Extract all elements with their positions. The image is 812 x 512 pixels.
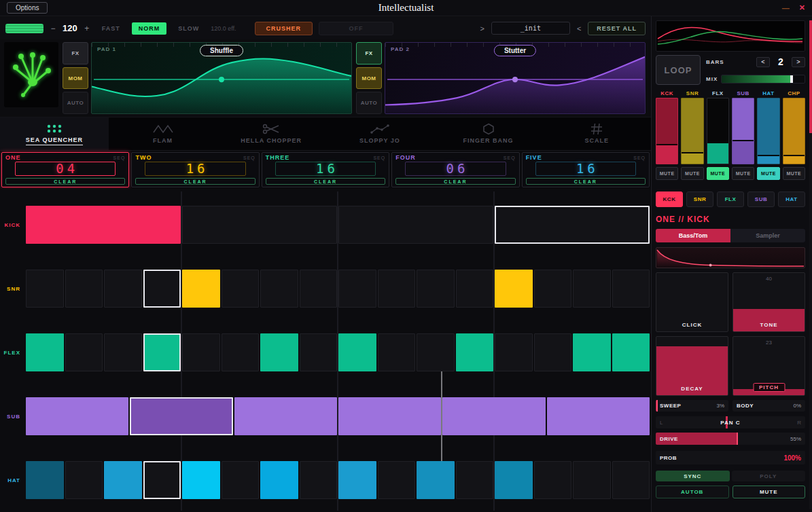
next-patch-button[interactable]: >: [480, 24, 484, 33]
pattern-slot-one[interactable]: ONESEQ 04 CLEAR: [1, 152, 129, 187]
tab-scale[interactable]: SCALE: [542, 117, 651, 150]
speed-fast-button[interactable]: FAST: [96, 22, 126, 35]
knob-decay[interactable]: DECAY: [656, 336, 728, 396]
step-cell[interactable]: [338, 270, 376, 308]
loop-button[interactable]: LOOP: [656, 55, 701, 85]
step-cell[interactable]: [143, 270, 181, 308]
pad1-xy-surface[interactable]: PAD 1 Shuffle: [91, 42, 352, 114]
step-cell[interactable]: [143, 333, 181, 371]
step-cell[interactable]: [378, 461, 416, 499]
step-cell[interactable]: [65, 461, 103, 499]
pad1-mode-chip[interactable]: Shuffle: [200, 45, 243, 56]
step-cell[interactable]: [65, 270, 103, 308]
step-cell[interactable]: [338, 206, 493, 244]
step-cell[interactable]: [182, 270, 220, 308]
clear-button[interactable]: CLEAR: [135, 178, 255, 185]
prev-patch-button[interactable]: <: [577, 24, 581, 33]
mix-slider[interactable]: [721, 75, 805, 84]
step-cell[interactable]: [300, 333, 338, 371]
tab-sloppy-jo[interactable]: SLOPPY JO: [325, 117, 434, 150]
step-cell[interactable]: [495, 270, 533, 308]
mute-button-hat[interactable]: MUTE: [757, 167, 779, 180]
channel-tab-hat[interactable]: HAT: [778, 191, 805, 207]
clear-button[interactable]: CLEAR: [526, 178, 646, 185]
tab-finger-bang[interactable]: FINGER BANG: [434, 117, 543, 150]
step-cell[interactable]: [222, 333, 260, 371]
step-cell[interactable]: [612, 461, 650, 499]
pattern-slot-two[interactable]: TWOSEQ 16 CLEAR: [131, 152, 259, 187]
mute-button-snr[interactable]: MUTE: [681, 167, 703, 180]
knob-tone[interactable]: 40TONE: [732, 272, 805, 332]
bpm-value[interactable]: 120: [63, 23, 77, 33]
mute-button-chp[interactable]: MUTE: [783, 167, 805, 180]
pad1-auto-button[interactable]: AUTO: [63, 92, 88, 114]
pattern-length-display[interactable]: 06: [405, 162, 506, 176]
scrollbar-thumb[interactable]: [809, 20, 812, 133]
step-cell[interactable]: [442, 397, 545, 435]
mixer-fader-sub[interactable]: [732, 98, 754, 164]
tab-sea-quencher[interactable]: SEA QUENCHER: [0, 117, 109, 150]
speed-norm-button[interactable]: NORM: [132, 22, 167, 35]
drive-slider[interactable]: DRIVE 55%: [656, 433, 805, 445]
clear-button[interactable]: CLEAR: [395, 178, 515, 185]
step-cell[interactable]: [378, 333, 416, 371]
step-cell[interactable]: [260, 461, 298, 499]
step-cell[interactable]: [495, 333, 533, 371]
mute-button-kck[interactable]: MUTE: [656, 167, 678, 180]
step-cell[interactable]: [260, 270, 298, 308]
step-cell[interactable]: [182, 461, 220, 499]
step-cell[interactable]: [26, 397, 128, 435]
bars-next-button[interactable]: >: [792, 57, 805, 67]
prob-control[interactable]: PROB 100%: [656, 451, 805, 464]
step-cell[interactable]: [417, 333, 455, 371]
step-cell[interactable]: [495, 461, 533, 499]
pattern-slot-three[interactable]: THREESEQ 16 CLEAR: [262, 152, 389, 187]
autob-button[interactable]: AUTOB: [656, 486, 729, 498]
pattern-length-display[interactable]: 16: [145, 162, 245, 176]
pad2-auto-button[interactable]: AUTO: [356, 92, 382, 114]
envelope-display[interactable]: [656, 247, 805, 268]
gesture-pad[interactable]: [4, 42, 58, 107]
step-cell[interactable]: [495, 206, 650, 244]
step-cell[interactable]: [573, 270, 611, 308]
knob-click[interactable]: CLICK: [656, 272, 728, 332]
step-cell[interactable]: [222, 270, 260, 308]
mixer-fader-flx[interactable]: [707, 98, 729, 164]
crusher-button[interactable]: CRUSHER: [255, 22, 313, 35]
step-cell[interactable]: [26, 206, 181, 244]
pan-slider[interactable]: L PAN C R: [656, 416, 805, 428]
step-cell[interactable]: [534, 333, 572, 371]
channel-tab-sub[interactable]: SUB: [747, 191, 775, 207]
step-cell[interactable]: [534, 461, 572, 499]
mute-button-flx[interactable]: MUTE: [707, 167, 729, 180]
pattern-length-display[interactable]: 16: [535, 162, 636, 176]
engine-tab-bass-tom[interactable]: Bass/Tom: [656, 229, 730, 242]
crusher-off-button[interactable]: OFF: [319, 22, 393, 35]
step-cell[interactable]: [104, 461, 142, 499]
knob-pitch[interactable]: 23PITCH: [732, 336, 805, 396]
step-cell[interactable]: [26, 270, 64, 308]
step-cell[interactable]: [222, 461, 260, 499]
channel-tab-kck[interactable]: KCK: [656, 191, 683, 207]
step-cell[interactable]: [417, 461, 455, 499]
step-cell[interactable]: [612, 333, 650, 371]
pad1-fx-button[interactable]: FX: [63, 42, 88, 65]
step-cell[interactable]: [573, 461, 611, 499]
pattern-length-display[interactable]: 16: [275, 162, 376, 176]
step-cell[interactable]: [338, 461, 376, 499]
channel-tab-flx[interactable]: FLX: [717, 191, 744, 207]
clear-button[interactable]: CLEAR: [5, 178, 125, 185]
step-cell[interactable]: [260, 333, 298, 371]
tab-hella-chopper[interactable]: HELLA CHOPPER: [217, 117, 325, 150]
step-cell[interactable]: [456, 461, 494, 499]
poly-button[interactable]: POLY: [732, 471, 806, 481]
step-cell[interactable]: [130, 397, 232, 435]
mixer-fader-kck[interactable]: [656, 98, 678, 164]
options-button[interactable]: Options: [7, 2, 48, 14]
step-cell[interactable]: [300, 461, 338, 499]
channel-tab-snr[interactable]: SNR: [686, 191, 713, 207]
step-cell[interactable]: [573, 333, 611, 371]
step-cell[interactable]: [338, 397, 441, 435]
body-slider[interactable]: BODY0%: [732, 400, 805, 412]
close-icon[interactable]: ✕: [799, 3, 805, 12]
